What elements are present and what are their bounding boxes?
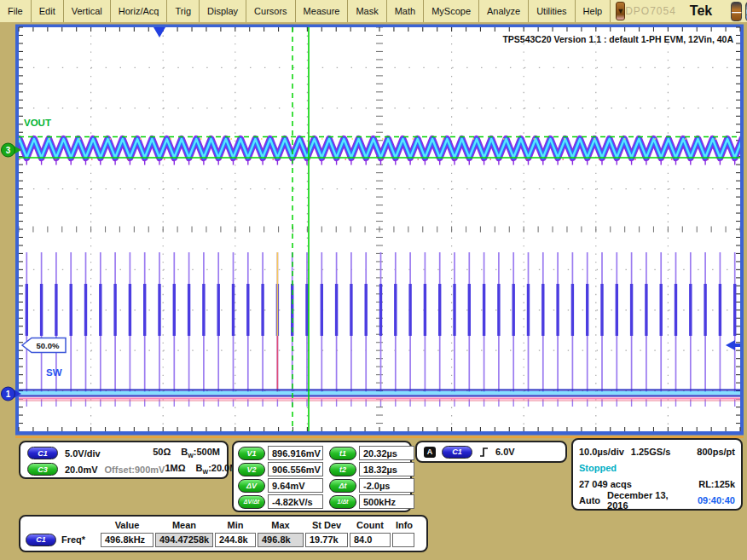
horizontal-scale: 10.0µs/div [579, 447, 624, 457]
v2-badge: V2 [238, 463, 265, 476]
menu-mask[interactable]: Mask [348, 0, 386, 22]
channel-3-readout: C3 20.0mV Offset:900mV 1MΩ BW:20.0M [27, 461, 220, 477]
menu-horiz-acq[interactable]: Horiz/Acq [111, 0, 168, 22]
menu-edit[interactable]: Edit [32, 0, 64, 22]
annotation-text: TPS543C20 Version 1.1 : default 1-PH EVM… [502, 34, 733, 44]
header-count: Count [350, 520, 391, 530]
cursor-t2-readout: t2 18.32µs [329, 462, 414, 476]
menu-math[interactable]: Math [387, 0, 424, 22]
svg-text:1: 1 [6, 390, 11, 399]
menu-vertical[interactable]: Vertical [64, 0, 111, 22]
header-min: Min [215, 520, 256, 530]
acquisition-time: 09:40:40 [698, 495, 735, 505]
measurement-header-row: Value Mean Min Max St Dev Count Info [24, 518, 423, 531]
delta-v-value: 9.64mV [268, 478, 323, 493]
cursor-dt-readout: Δt -2.0µs [329, 478, 414, 493]
t1-value: 20.32µs [359, 446, 414, 460]
menu-utilities[interactable]: Utilities [529, 0, 575, 22]
tek-logo: Tek [690, 3, 712, 19]
menu-cursors[interactable]: Cursors [246, 0, 296, 22]
header-value: Value [101, 520, 153, 530]
measurement-name: Freq* [61, 534, 85, 545]
v2-value: 906.556mV [268, 462, 323, 476]
header-mean: Mean [155, 520, 213, 530]
waveform-display: 50.0%31VOUTSWTPS543C20 Version 1.1 : def… [0, 22, 747, 438]
acquisition-date: December 13, 2016 [607, 490, 684, 511]
sample-rate: 1.25GS/s [631, 447, 670, 457]
channel-1-badge[interactable]: C1 [27, 447, 58, 459]
menu-bar: File Edit Vertical Horiz/Acq Trig Displa… [0, 0, 747, 24]
v1-badge: V1 [238, 447, 265, 460]
trigger-readout-panel: A C1 6.0V [415, 441, 567, 463]
channel-1-impedance: 50Ω [153, 447, 171, 459]
channel-1-scale: 5.0V/div [65, 448, 101, 459]
cursor-dv-readout: ΔV 9.64mV [238, 478, 323, 493]
menu-help[interactable]: Help [576, 0, 611, 22]
cursor-t1-readout: t1 20.32µs [329, 446, 414, 460]
menu-myscope[interactable]: MyScope [424, 0, 479, 22]
svg-text:50.0%: 50.0% [37, 341, 60, 350]
t2-value: 18.32µs [359, 462, 414, 476]
minimize-button[interactable]: — [731, 2, 742, 21]
dv-dt-value: -4.82kV/s [268, 494, 323, 509]
menu-measure[interactable]: Measure [296, 0, 349, 22]
cursor-dvdt-readout: ΔV/Δt -4.82kV/s [238, 494, 323, 509]
channel-1-readout: C1 5.0V/div 50Ω BW:500M [27, 445, 220, 461]
cursor-readout-panel: V1 896.916mV t1 20.32µs V2 906.556mV t2 … [232, 441, 412, 512]
measurement-max: 496.8k [258, 533, 304, 547]
measurement-table-panel: Value Mean Min Max St Dev Count Info C1 … [19, 515, 428, 552]
menu-trig[interactable]: Trig [167, 0, 200, 22]
channel-1-bandwidth: BW:500M [181, 447, 220, 459]
channel-3-offset: Offset:900mV [105, 465, 165, 475]
trigger-mode-auto: Auto [579, 495, 600, 505]
record-length: RL:125k [698, 479, 735, 489]
scope-model-label: DPO7054 [625, 5, 676, 17]
header-max: Max [258, 520, 304, 530]
header-stdev: St Dev [305, 520, 348, 530]
delta-t-badge: Δt [329, 479, 356, 493]
trigger-level-tag[interactable]: 50.0% [22, 338, 66, 353]
sample-resolution: 800ps/pt [697, 447, 735, 457]
measurement-row: C1 Freq* 496.8kHz 494.47258k 244.8k 496.… [24, 531, 423, 548]
measurement-mean: 494.47258k [155, 533, 213, 547]
channel-3-badge[interactable]: C3 [27, 463, 58, 476]
v1-value: 896.916mV [268, 446, 323, 460]
oscilloscope-application: File Edit Vertical Horiz/Acq Trig Displa… [0, 0, 747, 560]
inv-dt-badge: 1/Δt [329, 495, 356, 509]
trigger-source-badge[interactable]: C1 [442, 446, 472, 459]
measurement-info [392, 533, 414, 547]
channel-readout-panel: C1 5.0V/div 50Ω BW:500M C3 20.0mV Offset… [19, 441, 229, 479]
channel-3-scale: 20.0mV [65, 465, 98, 475]
t2-badge: t2 [329, 463, 356, 476]
cursor-freq-readout: 1/Δt 500kHz [329, 494, 414, 509]
measurement-count: 84.0 [350, 533, 391, 547]
delta-t-value: -2.0µs [359, 478, 414, 493]
vout-label: VOUT [24, 118, 51, 128]
acquisition-state: Stopped [579, 463, 617, 473]
t1-badge: t1 [329, 447, 356, 460]
inv-dt-value: 500kHz [359, 494, 414, 509]
header-info: Info [392, 520, 416, 530]
rising-edge-icon [478, 447, 489, 458]
cursor-v2-readout: V2 906.556mV [238, 462, 323, 476]
delta-v-badge: ΔV [238, 479, 265, 493]
measurement-stdev: 19.77k [305, 533, 348, 547]
menu-display[interactable]: Display [200, 0, 246, 22]
sw-label: SW [46, 367, 62, 378]
menu-analyze[interactable]: Analyze [479, 0, 529, 22]
measurement-min: 244.8k [215, 533, 256, 547]
menu-file[interactable]: File [0, 0, 32, 22]
measurement-source-badge[interactable]: C1 [26, 534, 56, 546]
dropdown-triangle-icon: ▼ [617, 7, 624, 15]
measurement-value: 496.8kHz [101, 533, 153, 547]
cursor-v1-readout: V1 896.916mV [238, 446, 323, 460]
channel-3-impedance: 1MΩ [165, 463, 185, 475]
trigger-mode-badge: A [424, 447, 436, 458]
svg-text:3: 3 [6, 146, 11, 155]
menu-dropdown-button[interactable]: ▼ [616, 2, 625, 20]
trigger-level-value: 6.0V [495, 447, 515, 457]
horizontal-acquisition-panel: 10.0µs/div 1.25GS/s 800ps/pt Stopped 27 … [571, 438, 743, 511]
acquisition-count: 27 049 acqs [579, 479, 632, 489]
dv-dt-badge: ΔV/Δt [238, 495, 265, 509]
